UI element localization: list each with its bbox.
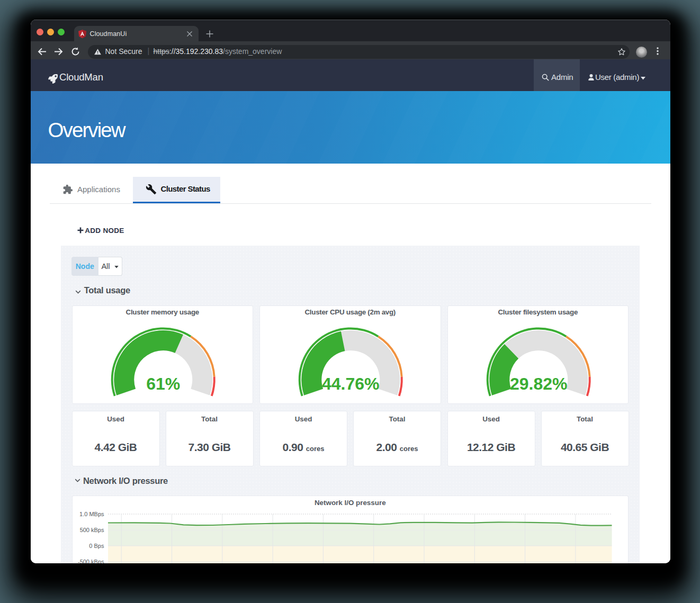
svg-text:61%: 61% [146,374,180,393]
svg-text:0 Bps: 0 Bps [89,542,104,548]
svg-text:29.82%: 29.82% [509,374,567,393]
svg-text:44.76%: 44.76% [322,374,380,393]
svg-text:1.0 MBps: 1.0 MBps [79,510,104,517]
svg-text:-500 kBps: -500 kBps [77,559,104,563]
svg-text:500 kBps: 500 kBps [79,527,104,533]
